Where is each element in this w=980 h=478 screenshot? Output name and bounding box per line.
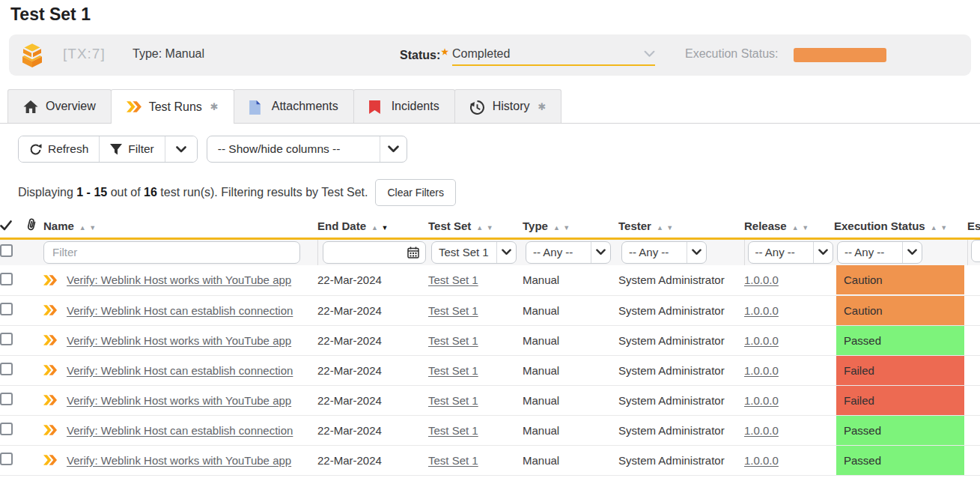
chevron-down-icon bbox=[644, 50, 655, 58]
filter-funnel-icon bbox=[110, 144, 122, 155]
column-header-release[interactable]: Release▲ ▼ bbox=[744, 214, 834, 238]
column-header-execution-status[interactable]: Execution Status▲ ▼ bbox=[834, 214, 967, 238]
tester-cell: System Administrator bbox=[618, 385, 744, 415]
sort-asc-icon: ▲ bbox=[476, 224, 484, 232]
sort-desc-icon: ▼ bbox=[487, 224, 494, 232]
test-set-link[interactable]: Test Set 1 bbox=[428, 334, 478, 347]
status-select-value: Completed bbox=[452, 47, 510, 61]
status-label: Status:★ bbox=[400, 47, 448, 62]
sort-desc-icon: ▼ bbox=[940, 224, 948, 232]
type-cell: Manual bbox=[523, 295, 618, 325]
column-header-end-date[interactable]: End Date▲ ▼ bbox=[317, 214, 428, 238]
test-set-link[interactable]: Test Set 1 bbox=[428, 273, 478, 286]
filter-button[interactable]: Filter bbox=[99, 136, 164, 162]
test-run-name-link[interactable]: Verify: Weblink Host can establish conne… bbox=[67, 424, 293, 437]
row-checkbox[interactable] bbox=[0, 393, 13, 405]
execution-status-badge: Passed bbox=[836, 446, 964, 475]
paperclip-icon bbox=[25, 217, 37, 232]
test-run-chevrons-icon bbox=[43, 275, 58, 285]
show-hide-columns-select[interactable]: -- Show/hide columns -- bbox=[207, 136, 407, 163]
status-select[interactable]: Completed bbox=[452, 43, 655, 66]
test-set-filter-select[interactable]: Test Set 1 bbox=[431, 241, 517, 264]
row-checkbox[interactable] bbox=[0, 423, 13, 435]
release-link[interactable]: 1.0.0.0 bbox=[744, 334, 779, 347]
tab-bar: Overview Test Runs ✱ Attachments Inciden… bbox=[0, 89, 980, 124]
type-cell: Manual bbox=[523, 415, 618, 445]
tab-history[interactable]: History ✱ bbox=[454, 89, 562, 123]
filter-row: Test Set 1 -- Any -- -- Any -- -- Any --… bbox=[0, 238, 980, 265]
result-summary: Displaying 1 - 15 out of 16 test run(s).… bbox=[18, 179, 980, 206]
tab-overview[interactable]: Overview bbox=[7, 89, 112, 123]
tester-cell: System Administrator bbox=[618, 265, 744, 295]
column-header-tester[interactable]: Tester▲ ▼ bbox=[618, 214, 744, 238]
chevron-down-icon bbox=[496, 242, 516, 263]
sort-asc-icon: ▲ bbox=[79, 224, 87, 232]
sort-asc-icon: ▲ bbox=[931, 224, 938, 232]
table-row: Verify: Weblink Host can establish conne… bbox=[0, 295, 980, 325]
test-run-name-link[interactable]: Verify: Weblink Host works with YouTube … bbox=[67, 334, 291, 347]
tester-filter-select[interactable]: -- Any -- bbox=[621, 241, 707, 264]
tab-attachments[interactable]: Attachments bbox=[234, 89, 354, 123]
end-date-filter-input[interactable] bbox=[323, 241, 426, 264]
release-link[interactable]: 1.0.0.0 bbox=[744, 394, 779, 407]
release-filter-select[interactable]: -- Any -- bbox=[748, 241, 833, 264]
unsaved-indicator-icon: ✱ bbox=[210, 101, 219, 112]
clear-filters-button[interactable]: Clear Filters bbox=[375, 179, 455, 206]
column-header-name[interactable]: Name▲ ▼ bbox=[43, 214, 317, 238]
test-run-chevrons-icon bbox=[43, 395, 58, 405]
release-link[interactable]: 1.0.0.0 bbox=[744, 424, 779, 437]
test-set-link[interactable]: Test Set 1 bbox=[428, 364, 478, 377]
filter-label: Filter bbox=[128, 142, 153, 156]
release-link[interactable]: 1.0.0.0 bbox=[744, 273, 779, 286]
truncated-filter-select[interactable] bbox=[971, 240, 980, 262]
test-run-name-link[interactable]: Verify: Weblink Host can establish conne… bbox=[67, 364, 293, 377]
name-filter-input[interactable] bbox=[43, 241, 300, 264]
refresh-icon bbox=[29, 143, 42, 156]
tab-test-runs[interactable]: Test Runs ✱ bbox=[111, 89, 234, 124]
tab-incidents[interactable]: Incidents bbox=[353, 89, 455, 123]
column-header-test-set[interactable]: Test Set▲ ▼ bbox=[428, 214, 523, 238]
test-set-link[interactable]: Test Set 1 bbox=[428, 304, 478, 317]
filter-dropdown-button[interactable] bbox=[165, 136, 197, 162]
test-set-link[interactable]: Test Set 1 bbox=[428, 454, 478, 467]
test-run-name-link[interactable]: Verify: Weblink Host works with YouTube … bbox=[67, 394, 291, 407]
type-cell: Manual bbox=[523, 325, 618, 355]
execution-status-bar bbox=[794, 48, 886, 62]
release-link[interactable]: 1.0.0.0 bbox=[744, 454, 779, 467]
test-runs-table: Name▲ ▼ End Date▲ ▼ Test Set▲ ▼ Type▲ ▼ … bbox=[0, 214, 980, 476]
table-row: Verify: Weblink Host works with YouTube … bbox=[0, 445, 980, 475]
test-set-link[interactable]: Test Set 1 bbox=[428, 394, 478, 407]
unsaved-indicator-icon: ✱ bbox=[538, 101, 547, 112]
test-set-icon bbox=[19, 42, 46, 69]
execution-status-badge: Caution bbox=[836, 296, 964, 325]
row-checkbox[interactable] bbox=[0, 453, 13, 465]
toolbar: Refresh Filter -- Show/hide columns -- bbox=[18, 136, 980, 163]
sort-asc-icon: ▲ bbox=[553, 224, 561, 232]
chevron-down-icon bbox=[687, 242, 706, 263]
refresh-label: Refresh bbox=[48, 142, 88, 156]
release-link[interactable]: 1.0.0.0 bbox=[744, 304, 779, 317]
refresh-button[interactable]: Refresh bbox=[19, 136, 99, 162]
test-run-chevrons-icon bbox=[43, 455, 58, 465]
test-set-link[interactable]: Test Set 1 bbox=[428, 424, 478, 437]
test-run-name-link[interactable]: Verify: Weblink Host works with YouTube … bbox=[67, 454, 291, 467]
type-cell: Manual bbox=[523, 265, 618, 295]
end-date-cell: 22-Mar-2024 bbox=[317, 415, 428, 445]
select-all-checkbox[interactable] bbox=[0, 244, 13, 257]
row-checkbox[interactable] bbox=[0, 333, 13, 345]
execution-status-filter-select[interactable]: -- Any -- bbox=[837, 241, 922, 264]
release-link[interactable]: 1.0.0.0 bbox=[744, 364, 779, 377]
column-header-type[interactable]: Type▲ ▼ bbox=[523, 214, 618, 238]
toolbar-button-group: Refresh Filter bbox=[18, 136, 198, 163]
test-runs-chevrons-icon bbox=[127, 101, 142, 113]
test-run-name-link[interactable]: Verify: Weblink Host works with YouTube … bbox=[67, 273, 291, 286]
test-run-name-link[interactable]: Verify: Weblink Host can establish conne… bbox=[67, 304, 293, 317]
row-checkbox[interactable] bbox=[0, 273, 13, 285]
end-date-cell: 22-Mar-2024 bbox=[317, 295, 428, 325]
row-checkbox[interactable] bbox=[0, 363, 13, 375]
row-checkbox[interactable] bbox=[0, 303, 13, 315]
end-date-cell: 22-Mar-2024 bbox=[317, 265, 428, 295]
column-header-truncated[interactable]: Es bbox=[967, 214, 980, 238]
type-filter-select[interactable]: -- Any -- bbox=[526, 241, 611, 264]
chevron-down-icon bbox=[902, 242, 922, 263]
